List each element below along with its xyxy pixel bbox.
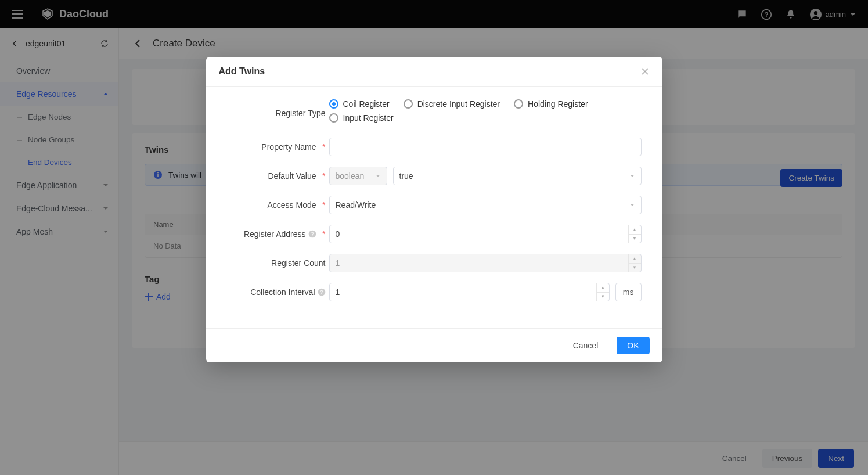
row-register-type: Register Type Coil Register Discrete Inp… bbox=[227, 99, 642, 127]
collection-interval-input[interactable]: 1 ▲▼ bbox=[329, 283, 610, 301]
label-register-type: Register Type bbox=[227, 109, 329, 118]
select-value: Read/Write bbox=[336, 200, 376, 210]
number-spinners: ▲▼ bbox=[628, 254, 641, 272]
help-icon[interactable]: ? bbox=[308, 230, 316, 238]
label-default-value: Default Value* bbox=[227, 171, 329, 181]
radio-input-register[interactable]: Input Register bbox=[329, 113, 394, 123]
number-spinners[interactable]: ▲▼ bbox=[596, 283, 609, 301]
modal-overlay[interactable]: Add Twins Register Type Coil Register Di… bbox=[0, 0, 868, 475]
label-register-address: Register Address ? * bbox=[227, 229, 329, 239]
chevron-down-icon bbox=[629, 202, 635, 208]
property-name-input[interactable] bbox=[329, 138, 642, 156]
radio-label: Holding Register bbox=[528, 99, 588, 109]
row-default-value: Default Value* boolean true bbox=[227, 167, 642, 185]
collection-interval-unit: ms bbox=[615, 283, 642, 301]
register-address-input[interactable]: 0 ▲▼ bbox=[329, 225, 642, 243]
close-icon[interactable] bbox=[640, 67, 650, 76]
chevron-down-icon bbox=[375, 173, 381, 179]
label-property-name: Property Name* bbox=[227, 142, 329, 152]
num-value: 1 bbox=[336, 258, 340, 268]
chevron-down-icon bbox=[629, 173, 635, 179]
register-count-input: 1 ▲▼ bbox=[329, 254, 642, 272]
radio-discrete-input-register[interactable]: Discrete Input Register bbox=[404, 99, 500, 109]
modal-ok-button[interactable]: OK bbox=[617, 337, 649, 354]
select-value: boolean bbox=[336, 171, 365, 181]
svg-text:?: ? bbox=[320, 289, 323, 295]
default-value-type-select[interactable]: boolean bbox=[329, 167, 387, 185]
radio-holding-register[interactable]: Holding Register bbox=[514, 99, 588, 109]
modal-header: Add Twins bbox=[206, 57, 662, 87]
modal-cancel-button[interactable]: Cancel bbox=[563, 337, 609, 354]
modal-title: Add Twins bbox=[219, 66, 265, 77]
num-value: 1 bbox=[336, 287, 340, 297]
modal-footer: Cancel OK bbox=[206, 328, 662, 362]
select-value: true bbox=[399, 171, 413, 181]
row-access-mode: Access Mode* Read/Write bbox=[227, 196, 642, 214]
row-collection-interval: Collection Interval ? 1 ▲▼ ms bbox=[227, 283, 642, 301]
num-value: 0 bbox=[336, 229, 340, 239]
add-twins-modal: Add Twins Register Type Coil Register Di… bbox=[206, 57, 662, 362]
row-register-count: Register Count 1 ▲▼ bbox=[227, 254, 642, 272]
radio-coil-register[interactable]: Coil Register bbox=[329, 99, 390, 109]
register-type-radio-group: Coil Register Discrete Input Register Ho… bbox=[329, 99, 642, 127]
row-property-name: Property Name* bbox=[227, 138, 642, 156]
modal-body: Register Type Coil Register Discrete Inp… bbox=[206, 87, 662, 328]
number-spinners[interactable]: ▲▼ bbox=[628, 225, 641, 243]
label-access-mode: Access Mode* bbox=[227, 200, 329, 210]
row-register-address: Register Address ? * 0 ▲▼ bbox=[227, 225, 642, 243]
radio-label: Discrete Input Register bbox=[417, 99, 500, 109]
radio-label: Coil Register bbox=[343, 99, 390, 109]
label-collection-interval: Collection Interval ? bbox=[227, 287, 329, 297]
label-register-count: Register Count bbox=[227, 258, 329, 268]
unit-text: ms bbox=[623, 287, 634, 297]
default-value-select[interactable]: true bbox=[393, 167, 642, 185]
radio-label: Input Register bbox=[343, 113, 394, 123]
svg-text:?: ? bbox=[311, 231, 314, 237]
help-icon[interactable]: ? bbox=[318, 288, 326, 296]
access-mode-select[interactable]: Read/Write bbox=[329, 196, 642, 214]
